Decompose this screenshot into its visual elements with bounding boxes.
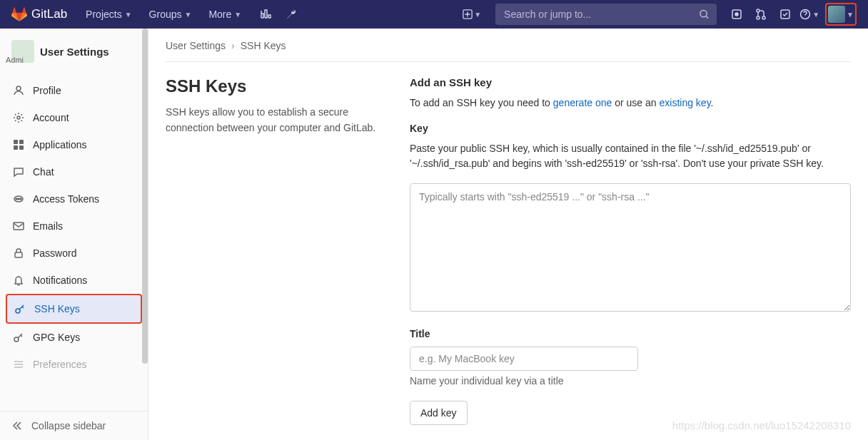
sidebar: User Settings Profile Account Applicatio… [0, 29, 148, 440]
svg-rect-14 [19, 145, 24, 150]
collapse-sidebar[interactable]: Collapse sidebar [0, 411, 148, 440]
svg-point-10 [17, 116, 20, 119]
chevron-down-icon: ▼ [474, 11, 481, 19]
sidebar-item-account[interactable]: Account [6, 104, 142, 131]
chevron-down-icon: ▼ [812, 11, 819, 19]
chevron-down-icon: ▼ [125, 11, 132, 19]
wrench-icon[interactable] [280, 3, 303, 26]
nav-groups[interactable]: Groups▼ [142, 4, 199, 24]
sidebar-item-password[interactable]: Password [6, 240, 142, 267]
add-key-text: To add an SSH key you need to generate o… [410, 96, 851, 111]
sidebar-item-applications[interactable]: Applications [6, 131, 142, 158]
main-content: User Settings › SSH Keys SSH Keys SSH ke… [148, 29, 868, 440]
profile-icon [13, 85, 24, 96]
right-icons: ▼ ▼ [725, 3, 857, 26]
link-existing-key[interactable]: existing key [660, 97, 711, 108]
search-wrap [495, 4, 717, 25]
plus-square-icon [463, 9, 473, 19]
gear-icon [13, 112, 24, 123]
svg-rect-13 [14, 145, 18, 150]
brand-text: GitLab [31, 7, 67, 21]
merge-request-icon[interactable] [750, 3, 772, 26]
svg-point-3 [735, 13, 738, 16]
title-label: Title [410, 328, 851, 339]
add-key-title: Add an SSH key [410, 76, 851, 88]
key-textarea[interactable] [410, 183, 851, 312]
page-description: SSH Keys SSH keys allow you to establish… [166, 76, 387, 425]
page-intro: SSH keys allow you to establish a secure… [166, 105, 387, 135]
apps-icon [13, 139, 24, 150]
key-help-text: Paste your public SSH key, which is usua… [410, 141, 851, 172]
collapse-icon [11, 420, 23, 431]
breadcrumb: User Settings › SSH Keys [166, 40, 851, 62]
top-menu: Projects▼ Groups▼ More▼ [79, 4, 248, 24]
page-title: SSH Keys [166, 76, 387, 96]
nav-projects[interactable]: Projects▼ [79, 4, 138, 24]
mail-icon [13, 220, 24, 232]
key-icon [14, 303, 26, 314]
title-hint: Name your individual key via a title [410, 375, 851, 387]
add-key-button[interactable]: Add key [410, 401, 468, 425]
sidebar-item-profile[interactable]: Profile [6, 77, 142, 104]
sidebar-item-ssh-keys[interactable]: SSH Keys [6, 294, 142, 324]
sidebar-item-gpg-keys[interactable]: GPG Keys [6, 324, 142, 351]
top-util-icons [254, 3, 303, 26]
user-avatar-small [11, 40, 34, 63]
svg-point-17 [18, 198, 19, 200]
token-icon [13, 193, 24, 205]
sliders-icon [13, 359, 24, 370]
top-navigation: GitLab Projects▼ Groups▼ More▼ ▼ ▼ ▼ [0, 0, 868, 29]
sidebar-title: User Settings [40, 46, 109, 58]
svg-point-16 [16, 198, 17, 200]
svg-point-9 [16, 86, 21, 91]
title-input[interactable] [410, 347, 638, 371]
breadcrumb-current: SSH Keys [241, 40, 286, 51]
tanuki-icon [11, 6, 27, 22]
svg-point-5 [757, 16, 760, 19]
sidebar-item-emails[interactable]: Emails [6, 213, 142, 240]
key-icon [13, 332, 24, 343]
svg-point-4 [757, 9, 760, 12]
sidebar-item-chat[interactable]: Chat [6, 158, 142, 185]
sidebar-header: User Settings [0, 29, 148, 74]
sidebar-item-notifications[interactable]: Notifications [6, 267, 142, 294]
svg-rect-19 [14, 222, 24, 230]
add-key-form: Add an SSH key To add an SSH key you nee… [410, 76, 851, 425]
chat-icon [13, 166, 24, 178]
todos-icon[interactable] [774, 3, 797, 26]
svg-rect-11 [14, 140, 18, 144]
scrollbar[interactable] [142, 29, 148, 364]
bell-icon [13, 275, 24, 286]
chevron-down-icon: ▼ [847, 11, 854, 19]
user-menu[interactable]: ▼ [825, 3, 857, 26]
issues-icon[interactable] [725, 3, 748, 26]
key-label: Key [410, 123, 851, 134]
sidebar-item-preferences[interactable]: Preferences [6, 351, 142, 378]
activity-icon[interactable] [254, 3, 277, 26]
chevron-down-icon: ▼ [234, 11, 241, 19]
svg-rect-20 [15, 252, 22, 257]
breadcrumb-separator: › [231, 40, 235, 51]
nav-more[interactable]: More▼ [201, 4, 248, 24]
avatar [828, 6, 845, 23]
search-input[interactable] [495, 4, 717, 25]
chevron-down-icon: ▼ [185, 11, 192, 19]
svg-rect-12 [19, 140, 24, 144]
svg-point-18 [20, 198, 21, 200]
new-dropdown[interactable]: ▼ [457, 6, 487, 22]
sidebar-item-access-tokens[interactable]: Access Tokens [6, 185, 142, 213]
gitlab-logo[interactable]: GitLab [11, 6, 67, 22]
lock-icon [13, 247, 24, 259]
breadcrumb-user-settings[interactable]: User Settings [166, 40, 226, 51]
link-generate-one[interactable]: generate one [553, 97, 612, 108]
help-icon[interactable]: ▼ [798, 3, 821, 26]
svg-point-6 [762, 16, 765, 19]
